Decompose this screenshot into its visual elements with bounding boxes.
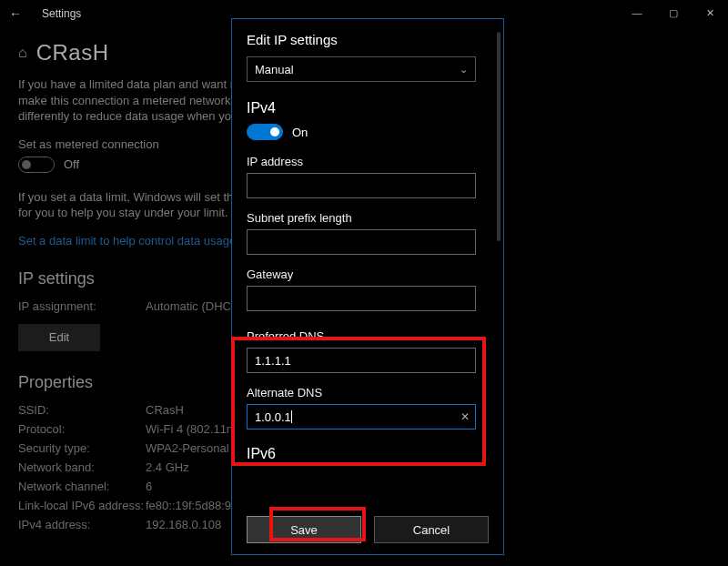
- alternate-dns-label: Alternate DNS: [247, 386, 489, 399]
- gateway-input[interactable]: [247, 286, 476, 311]
- gateway-label: Gateway: [247, 268, 489, 281]
- page-title: CRasH: [36, 40, 109, 66]
- window-controls: — ▢ ✕: [619, 0, 728, 25]
- metered-state: Off: [64, 157, 79, 171]
- scrollbar[interactable]: [497, 32, 500, 241]
- close-button[interactable]: ✕: [692, 0, 728, 25]
- subnet-label: Subnet prefix length: [247, 211, 489, 225]
- metered-toggle[interactable]: [18, 157, 55, 173]
- home-icon[interactable]: ⌂: [18, 45, 27, 61]
- preferred-dns-input[interactable]: 1.1.1.1: [247, 348, 476, 373]
- mode-select[interactable]: Manual ⌄: [247, 56, 476, 82]
- chevron-down-icon: ⌄: [460, 64, 468, 76]
- mode-value: Manual: [255, 63, 294, 76]
- back-icon[interactable]: ←: [9, 6, 35, 21]
- edit-ip-dialog: Edit IP settings Manual ⌄ IPv4 On IP add…: [231, 18, 504, 555]
- cancel-button[interactable]: Cancel: [374, 516, 489, 543]
- ipv6-heading: IPv6: [247, 446, 489, 462]
- edit-button[interactable]: Edit: [18, 324, 100, 351]
- ip-address-input[interactable]: [247, 173, 476, 198]
- ip-assignment-value: Automatic (DHCP): [146, 299, 243, 313]
- ip-address-label: IP address: [247, 155, 489, 168]
- alternate-dns-input[interactable]: 1.0.0.1 ✕: [247, 404, 476, 430]
- dialog-title: Edit IP settings: [247, 32, 489, 47]
- save-button[interactable]: Save: [247, 516, 361, 543]
- ipv4-toggle[interactable]: [247, 124, 283, 140]
- window-title: Settings: [35, 7, 81, 20]
- preferred-dns-label: Preferred DNS: [247, 329, 489, 343]
- clear-icon[interactable]: ✕: [460, 410, 470, 423]
- ip-assignment-label: IP assignment:: [18, 299, 146, 313]
- ipv4-state: On: [292, 126, 308, 139]
- minimize-button[interactable]: —: [619, 0, 655, 25]
- maximize-button[interactable]: ▢: [655, 0, 692, 25]
- subnet-input[interactable]: [247, 229, 476, 255]
- ipv4-heading: IPv4: [247, 100, 489, 116]
